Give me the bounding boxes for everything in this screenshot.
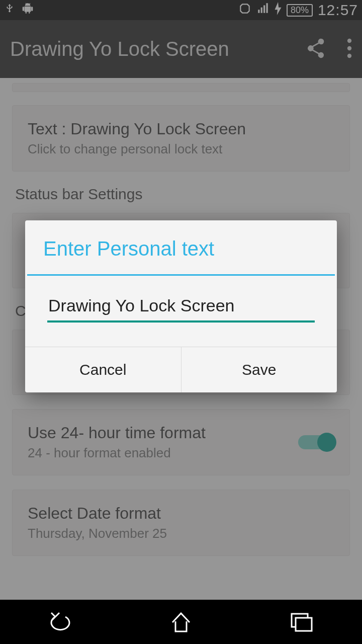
svg-rect-4: [296, 618, 312, 631]
home-button[interactable]: [121, 600, 241, 644]
dialog-actions: Cancel Save: [25, 347, 337, 392]
personal-text-dialog: Enter Personal text Cancel Save: [25, 220, 337, 392]
nav-bar: [0, 600, 362, 644]
screen-root: 80% 12:57 Drawing Yo Lock Screen Text : …: [0, 0, 362, 644]
personal-text-input[interactable]: [47, 293, 315, 323]
cancel-button[interactable]: Cancel: [25, 347, 182, 392]
dialog-title: Enter Personal text: [25, 220, 337, 274]
recents-button[interactable]: [241, 600, 362, 644]
save-button[interactable]: Save: [182, 347, 337, 392]
back-button[interactable]: [0, 600, 121, 644]
